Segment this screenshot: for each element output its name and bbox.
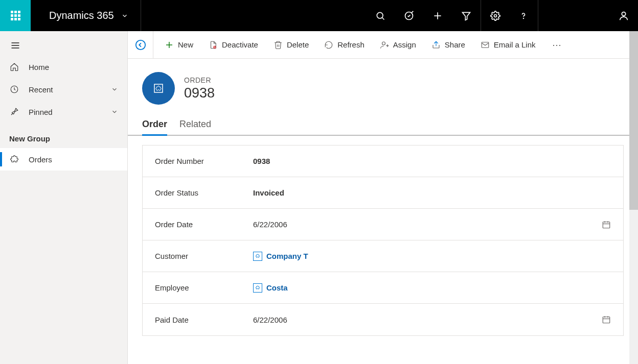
chevron-down-icon bbox=[121, 12, 128, 19]
command-bar: New Deactivate Delete bbox=[128, 31, 638, 59]
sidebar-item-home[interactable]: Home bbox=[0, 56, 127, 78]
sidebar-item-label: Home bbox=[29, 63, 118, 71]
pin-icon bbox=[9, 107, 19, 116]
record-header: ORDER 0938 bbox=[128, 59, 638, 115]
hamburger-button[interactable] bbox=[0, 35, 127, 56]
command-label: Share bbox=[445, 40, 465, 49]
command-label: Assign bbox=[393, 40, 416, 49]
field-label: Paid Date bbox=[155, 316, 253, 324]
help-icon[interactable] bbox=[509, 0, 538, 31]
task-flow-icon[interactable] bbox=[395, 0, 423, 31]
topbar-actions bbox=[366, 0, 638, 31]
filter-icon[interactable] bbox=[452, 0, 481, 31]
entity-label: ORDER bbox=[184, 76, 215, 84]
field-value[interactable]: 0938 bbox=[253, 157, 611, 165]
link-text: Costa bbox=[266, 283, 288, 292]
svg-point-0 bbox=[377, 12, 383, 18]
chevron-down-icon bbox=[111, 86, 118, 93]
app-launcher[interactable] bbox=[0, 0, 31, 31]
record-icon bbox=[142, 72, 175, 105]
home-icon bbox=[9, 62, 19, 71]
sidebar-item-label: Recent bbox=[29, 85, 111, 94]
tab-related[interactable]: Related bbox=[179, 115, 211, 135]
command-label: Delete bbox=[287, 40, 309, 49]
entity-title: 0938 bbox=[184, 85, 215, 101]
sidebar-group-header: New Group bbox=[0, 123, 127, 148]
field-label: Customer bbox=[155, 252, 253, 260]
search-icon[interactable] bbox=[366, 0, 395, 31]
command-share[interactable]: Share bbox=[425, 36, 471, 54]
command-label: New bbox=[178, 40, 193, 49]
field-paid-date: Paid Date 6/22/2006 bbox=[143, 304, 623, 335]
lookup-icon bbox=[253, 283, 262, 293]
back-button[interactable] bbox=[128, 31, 153, 58]
field-label: Order Date bbox=[155, 220, 253, 229]
chevron-down-icon bbox=[111, 108, 118, 115]
overflow-menu[interactable]: ⋯ bbox=[545, 35, 569, 55]
svg-point-9 bbox=[622, 12, 625, 15]
settings-icon[interactable] bbox=[481, 0, 509, 31]
svg-point-19 bbox=[382, 42, 385, 45]
email-icon bbox=[481, 40, 490, 50]
command-delete[interactable]: Delete bbox=[267, 36, 315, 54]
field-value[interactable]: 6/22/2006 bbox=[253, 220, 602, 229]
sidebar-item-pinned[interactable]: Pinned bbox=[0, 101, 127, 123]
field-employee: Employee Costa bbox=[143, 272, 623, 304]
command-deactivate[interactable]: Deactivate bbox=[202, 36, 264, 54]
user-avatar[interactable] bbox=[609, 0, 638, 31]
share-icon bbox=[431, 40, 441, 50]
waffle-icon bbox=[11, 11, 20, 20]
svg-point-8 bbox=[523, 18, 524, 18]
content-area: New Deactivate Delete bbox=[128, 31, 638, 364]
topbar: Dynamics 365 bbox=[0, 0, 638, 31]
assign-icon bbox=[380, 40, 389, 50]
form-panel: Order Number 0938 Order Status Invoiced … bbox=[142, 145, 624, 336]
command-label: Deactivate bbox=[222, 40, 258, 49]
calendar-icon[interactable] bbox=[602, 220, 611, 229]
field-value-link[interactable]: Company T bbox=[253, 252, 611, 261]
sidebar-item-recent[interactable]: Recent bbox=[0, 78, 127, 101]
app-title-section[interactable]: Dynamics 365 bbox=[31, 0, 141, 31]
scrollbar-thumb[interactable] bbox=[629, 31, 638, 210]
clock-icon bbox=[9, 85, 19, 94]
lookup-icon bbox=[253, 252, 262, 261]
svg-line-18 bbox=[214, 46, 216, 48]
svg-rect-22 bbox=[603, 222, 610, 228]
svg-line-3 bbox=[412, 11, 413, 12]
record-tabs: Order Related bbox=[128, 115, 638, 136]
svg-point-7 bbox=[494, 14, 496, 17]
svg-marker-6 bbox=[463, 12, 470, 20]
field-customer: Customer Company T bbox=[143, 240, 623, 272]
command-new[interactable]: New bbox=[158, 36, 199, 54]
field-order-number: Order Number 0938 bbox=[143, 145, 623, 177]
command-label: Email a Link bbox=[494, 40, 536, 49]
sidebar-item-label: Orders bbox=[29, 155, 118, 164]
field-value-link[interactable]: Costa bbox=[253, 283, 611, 293]
svg-rect-20 bbox=[482, 42, 489, 47]
sidebar-item-label: Pinned bbox=[29, 108, 111, 116]
field-value[interactable]: Invoiced bbox=[253, 188, 611, 197]
plus-icon bbox=[165, 40, 174, 50]
deactivate-icon bbox=[209, 40, 218, 50]
field-label: Order Status bbox=[155, 188, 253, 197]
calendar-icon[interactable] bbox=[602, 315, 611, 324]
trash-icon bbox=[274, 40, 283, 50]
command-assign[interactable]: Assign bbox=[374, 36, 422, 54]
puzzle-icon bbox=[9, 155, 19, 164]
refresh-icon bbox=[324, 40, 333, 50]
field-order-date: Order Date 6/22/2006 bbox=[143, 209, 623, 240]
field-order-status: Order Status Invoiced bbox=[143, 177, 623, 209]
svg-line-1 bbox=[382, 17, 384, 19]
field-value[interactable]: 6/22/2006 bbox=[253, 316, 602, 324]
tab-order[interactable]: Order bbox=[142, 115, 167, 135]
link-text: Company T bbox=[266, 252, 308, 260]
command-refresh[interactable]: Refresh bbox=[318, 36, 371, 54]
field-label: Employee bbox=[155, 283, 253, 292]
app-title-text: Dynamics 365 bbox=[49, 10, 114, 21]
command-email-link[interactable]: Email a Link bbox=[474, 36, 542, 54]
add-icon[interactable] bbox=[423, 0, 452, 31]
command-label: Refresh bbox=[337, 40, 364, 49]
vertical-scrollbar[interactable] bbox=[629, 31, 638, 364]
svg-rect-29 bbox=[603, 317, 610, 323]
sidebar-item-orders[interactable]: Orders bbox=[0, 148, 127, 171]
